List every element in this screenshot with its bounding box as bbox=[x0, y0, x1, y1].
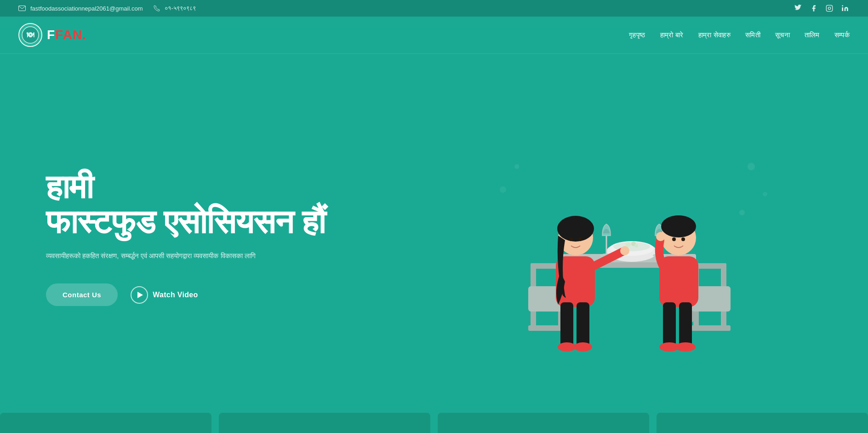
logo[interactable]: 🍽 FFAN. bbox=[18, 23, 86, 47]
svg-rect-43 bbox=[679, 302, 692, 348]
bottom-cards bbox=[0, 413, 868, 433]
bottom-card-2 bbox=[219, 413, 430, 433]
hero-subtitle: व्यवसायीहरूको हकहित संरक्षण, सम्बर्द्धन … bbox=[46, 250, 303, 261]
email-text: fastfoodassociationnepal2061@gmail.com bbox=[30, 5, 143, 12]
bottom-card-3 bbox=[438, 413, 649, 433]
svg-rect-42 bbox=[663, 302, 676, 348]
svg-point-37 bbox=[557, 216, 594, 242]
instagram-icon[interactable] bbox=[825, 4, 834, 13]
email-icon bbox=[18, 6, 26, 11]
svg-point-45 bbox=[675, 342, 696, 352]
svg-point-50 bbox=[656, 232, 665, 241]
contact-us-button[interactable]: Contact Us bbox=[46, 283, 118, 306]
nav-notice[interactable]: सूचना bbox=[775, 29, 790, 41]
topbar-email: fastfoodassociationnepal2061@gmail.com bbox=[18, 5, 143, 12]
play-triangle bbox=[137, 292, 143, 298]
bottom-card-1 bbox=[0, 413, 211, 433]
svg-point-38 bbox=[569, 237, 573, 241]
nav-about[interactable]: हाम्रो बारे bbox=[660, 29, 684, 41]
svg-point-40 bbox=[620, 246, 629, 255]
logo-f: F bbox=[47, 28, 55, 42]
svg-rect-20 bbox=[691, 325, 731, 331]
svg-text:🍽: 🍽 bbox=[27, 31, 34, 39]
topbar-contacts: fastfoodassociationnepal2061@gmail.com ०… bbox=[18, 5, 196, 12]
nav-services[interactable]: हाम्रा सेवाहरु bbox=[698, 29, 731, 41]
svg-rect-1 bbox=[826, 5, 832, 11]
hero-content: हामी फास्टफुड एसोसियसन हौं व्यवसायीहरूको… bbox=[46, 170, 331, 306]
phone-icon bbox=[154, 5, 160, 12]
logo-dot: . bbox=[82, 28, 86, 42]
nav-training[interactable]: तालिम bbox=[805, 29, 820, 41]
hero-title-line2: फास्टफुड एसोसियसन हौं bbox=[46, 203, 325, 240]
svg-rect-32 bbox=[560, 302, 573, 348]
facebook-icon[interactable] bbox=[809, 4, 818, 13]
nav-home[interactable]: गृहपृष्ठ bbox=[629, 29, 645, 41]
linkedin-icon[interactable] bbox=[840, 4, 850, 13]
svg-point-52 bbox=[763, 192, 767, 196]
twitter-icon[interactable] bbox=[794, 4, 803, 13]
svg-point-53 bbox=[739, 210, 745, 215]
svg-point-48 bbox=[672, 237, 676, 241]
svg-point-49 bbox=[681, 237, 685, 241]
bottom-card-4 bbox=[657, 413, 868, 433]
hero-title-line1: हामी bbox=[46, 168, 93, 205]
phone-text: ०१-५९९०९८९ bbox=[165, 5, 195, 12]
svg-point-4 bbox=[842, 5, 843, 6]
svg-point-3 bbox=[831, 6, 831, 7]
nav-committee[interactable]: समिती bbox=[745, 29, 760, 41]
social-links bbox=[794, 4, 850, 13]
svg-point-51 bbox=[748, 163, 755, 170]
play-icon bbox=[131, 286, 148, 304]
navbar: 🍽 FFAN. गृहपृष्ठ हाम्रो बारे हाम्रा सेवा… bbox=[0, 17, 868, 54]
watch-video-button[interactable]: Watch Video bbox=[131, 286, 198, 304]
svg-point-35 bbox=[574, 342, 592, 352]
svg-point-54 bbox=[500, 186, 506, 193]
svg-point-2 bbox=[828, 7, 830, 9]
svg-point-26 bbox=[634, 244, 638, 248]
hero-section: हामी फास्टफुड एसोसियसन हौं व्यवसायीहरूको… bbox=[0, 54, 868, 413]
hero-buttons: Contact Us Watch Video bbox=[46, 283, 331, 306]
dining-svg bbox=[466, 121, 788, 364]
svg-rect-0 bbox=[19, 6, 26, 11]
topbar: fastfoodassociationnepal2061@gmail.com ०… bbox=[0, 0, 868, 17]
logo-brand: FAN bbox=[55, 28, 82, 42]
svg-point-55 bbox=[514, 164, 519, 169]
svg-rect-33 bbox=[577, 302, 589, 348]
hero-illustration bbox=[423, 111, 831, 364]
nav-contact[interactable]: सम्पर्क bbox=[834, 29, 850, 41]
logo-text: FFAN. bbox=[47, 28, 86, 42]
svg-point-39 bbox=[578, 237, 582, 241]
svg-point-34 bbox=[558, 342, 576, 352]
topbar-phone: ०१-५९९०९८९ bbox=[154, 5, 195, 12]
hero-title: हामी फास्टफुड एसोसियसन हौं bbox=[46, 170, 331, 239]
nav-links: गृहपृष्ठ हाम्रो बारे हाम्रा सेवाहरु समित… bbox=[629, 29, 850, 41]
logo-icon: 🍽 bbox=[18, 23, 42, 47]
watch-video-label: Watch Video bbox=[153, 291, 198, 299]
